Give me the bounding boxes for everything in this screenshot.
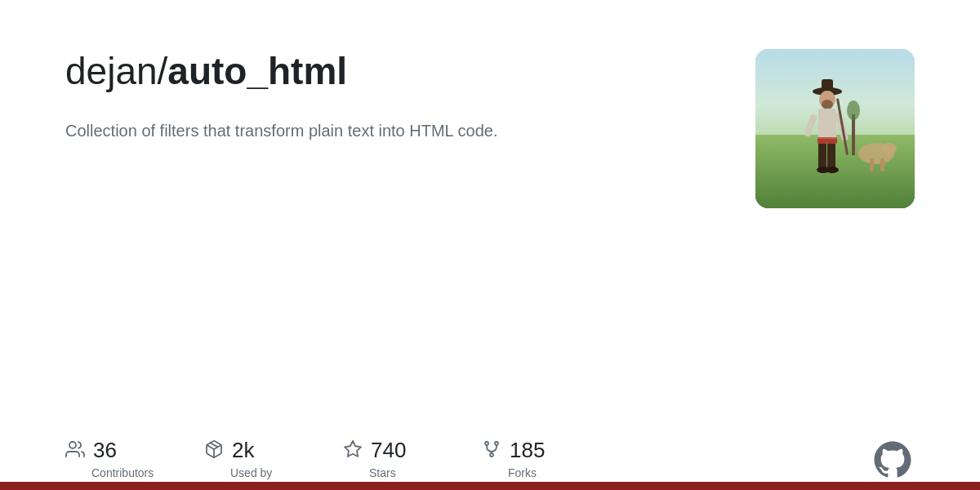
used-by-number: 2k xyxy=(232,438,254,463)
stat-contributors[interactable]: 36 Contributors xyxy=(65,438,155,479)
stat-forks-top: 185 xyxy=(482,438,545,463)
svg-line-23 xyxy=(211,443,218,447)
svg-rect-12 xyxy=(818,109,836,141)
svg-point-20 xyxy=(826,167,839,173)
svg-point-7 xyxy=(847,100,860,120)
svg-rect-3 xyxy=(870,158,874,172)
stars-label: Stars xyxy=(369,466,396,479)
forks-number: 185 xyxy=(510,438,545,463)
svg-rect-21 xyxy=(817,137,837,144)
people-icon xyxy=(65,439,85,462)
stat-stars-top: 740 xyxy=(343,438,406,463)
stars-number: 740 xyxy=(371,438,406,463)
svg-point-5 xyxy=(882,143,897,154)
repo-title: dejan/auto_html xyxy=(65,49,497,94)
stat-forks[interactable]: 185 Forks xyxy=(482,438,572,479)
svg-point-22 xyxy=(69,442,76,448)
left-section: dejan/auto_html Collection of filters th… xyxy=(65,49,497,143)
avatar-figure-svg xyxy=(755,49,915,208)
people-svg xyxy=(65,439,85,459)
stat-used-by-top: 2k xyxy=(204,438,254,463)
svg-rect-14 xyxy=(818,141,826,170)
star-svg xyxy=(343,439,363,459)
svg-rect-6 xyxy=(852,114,855,155)
contributors-number: 36 xyxy=(93,438,117,463)
repo-name: auto_html xyxy=(167,50,347,92)
package-svg xyxy=(204,439,224,459)
repo-description: Collection of filters that transform pla… xyxy=(65,118,497,143)
star-icon xyxy=(343,439,363,462)
svg-rect-4 xyxy=(880,158,884,172)
main-content: dejan/auto_html Collection of filters th… xyxy=(0,0,980,413)
used-by-label: Used by xyxy=(230,466,272,479)
stat-stars[interactable]: 740 Stars xyxy=(343,438,433,479)
svg-marker-25 xyxy=(345,441,361,457)
repo-avatar xyxy=(755,49,915,208)
contributors-label: Contributors xyxy=(91,466,154,479)
package-icon xyxy=(204,439,224,462)
repo-owner: dejan/ xyxy=(65,50,167,92)
github-icon-wrapper[interactable] xyxy=(871,438,915,482)
fork-svg xyxy=(482,439,501,459)
avatar-artwork xyxy=(755,49,915,208)
github-logo xyxy=(871,438,915,482)
fork-icon xyxy=(482,439,501,462)
stats-bar: 36 Contributors 2k Used by xyxy=(0,413,980,482)
svg-rect-15 xyxy=(827,141,835,170)
bottom-bar xyxy=(0,482,980,490)
stat-used-by[interactable]: 2k Used by xyxy=(204,438,294,479)
right-section xyxy=(755,49,915,208)
svg-point-11 xyxy=(822,100,833,109)
forks-label: Forks xyxy=(508,466,537,479)
stat-contributors-top: 36 xyxy=(65,438,117,463)
